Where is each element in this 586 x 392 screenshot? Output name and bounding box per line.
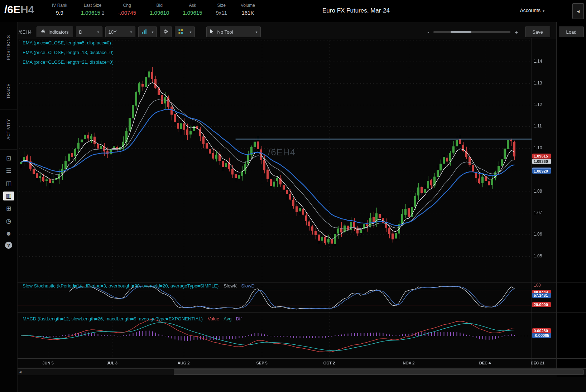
- time-axis-label: OCT 2: [323, 361, 335, 365]
- studies-icon: [41, 29, 45, 35]
- quote-field-value: 9x11: [216, 10, 227, 16]
- quote-field-value: 161K: [241, 10, 255, 16]
- price-axis-tick: 1.10: [534, 145, 542, 150]
- quote-field-value: 9.9: [52, 10, 67, 16]
- zoom-in-button[interactable]: +: [515, 29, 518, 35]
- chevron-down-icon: ▾: [152, 30, 153, 34]
- community-icon[interactable]: ☻: [3, 229, 14, 238]
- scrollbar-handle[interactable]: [174, 369, 584, 375]
- chart-type-dropdown[interactable]: ▾: [138, 26, 157, 37]
- scroll-left-arrow-icon[interactable]: ◀: [19, 370, 21, 374]
- price-axis-bubble: 1.08920: [532, 169, 551, 174]
- grid-layout-dropdown[interactable]: ▾: [175, 26, 195, 37]
- chevron-down-icon: ▾: [543, 9, 544, 13]
- sidebar: POSITIONSTRADEACTIVITY ⊡☰◫▥⊞◷☻?: [0, 22, 18, 392]
- sidebar-tab-label: POSITIONS: [6, 35, 11, 60]
- time-axis-label: NOV 2: [403, 361, 414, 365]
- stoch-axis-bubble: 57.1481: [532, 293, 551, 298]
- price-axis-tick: 1.12: [534, 102, 542, 107]
- dashboard-grid-icon[interactable]: ⊞: [3, 204, 14, 213]
- sidebar-tab-positions[interactable]: POSITIONS: [0, 22, 17, 73]
- price-axis-tick: 1.08: [534, 189, 542, 194]
- sidebar-tab-activity[interactable]: ACTIVITY: [0, 110, 17, 150]
- watchlist-icon[interactable]: ☰: [3, 166, 14, 175]
- quote-field-label: Chg: [118, 3, 136, 8]
- quote-field-value: 1.09615: [183, 10, 202, 16]
- quote-field-last-size: Last Size1.096152: [74, 3, 111, 16]
- symbol-root: /6E: [4, 4, 20, 15]
- active-chart-icon[interactable]: ▥: [3, 192, 14, 200]
- quote-field-label: Bid: [150, 3, 169, 8]
- chart-settings-button[interactable]: [160, 26, 172, 37]
- symbol-title: /6EH4: [4, 4, 34, 16]
- chevron-down-icon: ▾: [130, 30, 132, 34]
- help-icon[interactable]: ?: [5, 242, 12, 249]
- chart-toolbar: /6EH4 Indicators D ▾ 10Y ▾ ▾ ▾ No Tool ▾: [19, 26, 585, 38]
- time-axis-label: JUL 3: [107, 361, 117, 365]
- zoom-slider-handle[interactable]: [451, 31, 471, 33]
- price-axis-tick: 1.11: [534, 124, 542, 129]
- accounts-label: Accounts: [520, 8, 541, 13]
- chart-symbol-label: /6EH4: [19, 29, 32, 35]
- quote-field-value: -.00745: [118, 10, 136, 16]
- quote-fields: IV Rank9.9Last Size1.096152Chg-.00745Bid…: [45, 3, 262, 16]
- time-range-value: 10Y: [109, 29, 117, 35]
- aggregation-period-dropdown[interactable]: D ▾: [76, 26, 102, 37]
- quote-field-ask: Ask1.09615: [176, 3, 209, 16]
- quote-field-extra: 2: [102, 10, 104, 16]
- history-clock-icon[interactable]: ◷: [3, 217, 14, 226]
- price-axis-bubble: 1.09615: [532, 154, 551, 159]
- time-axis-label: SEP 5: [256, 361, 268, 365]
- price-axis-tick: 1.13: [534, 81, 542, 86]
- price-axis-tick: 1.05: [534, 253, 542, 258]
- quote-field-label: Last Size: [81, 3, 104, 8]
- sidebar-tab-label: TRADE: [6, 83, 11, 99]
- order-ticket-icon[interactable]: ◫: [3, 179, 14, 188]
- indicators-label: Indicators: [48, 29, 68, 35]
- quote-field-chg: Chg-.00745: [111, 3, 143, 16]
- quote-field-value: 1.09610: [150, 10, 169, 16]
- collapse-panel-button[interactable]: ◀: [572, 3, 584, 19]
- sidebar-icons: ⊡☰◫▥⊞◷☻?: [0, 154, 17, 249]
- quote-field-label: IV Rank: [52, 3, 67, 8]
- chart-scrollbar[interactable]: ◀: [17, 368, 586, 375]
- quote-field-label: Volume: [241, 3, 255, 8]
- grid-layout-icon: [178, 29, 183, 35]
- app-root: /6EH4 IV Rank9.9Last Size1.096152Chg-.00…: [0, 0, 586, 392]
- zoom-out-button[interactable]: -: [427, 29, 429, 35]
- time-range-dropdown[interactable]: 10Y ▾: [105, 26, 135, 37]
- load-button[interactable]: Load: [559, 26, 584, 37]
- quote-field-size: Size9x11: [209, 3, 234, 16]
- header: /6EH4 IV Rank9.9Last Size1.096152Chg-.00…: [0, 0, 586, 22]
- time-axis-label: DEC 21: [530, 361, 544, 365]
- quote-field-value: 1.096152: [81, 10, 104, 16]
- gear-icon: [163, 29, 168, 35]
- axis-overlays: 1.141.131.121.111.101.091.081.071.061.05…: [0, 0, 586, 392]
- zoom-slider-track[interactable]: [433, 31, 510, 33]
- accounts-menu[interactable]: Accounts▾: [520, 8, 544, 13]
- zoom-control: - +: [427, 29, 518, 35]
- chevron-down-icon: ▾: [255, 30, 257, 34]
- price-axis-tick: 1.14: [534, 59, 542, 64]
- quote-field-label: Ask: [183, 3, 202, 8]
- cursor-icon: [210, 29, 214, 35]
- instrument-description: Euro FX Futures, Mar-24: [322, 7, 390, 14]
- save-button[interactable]: Save: [525, 26, 550, 37]
- indicators-button[interactable]: Indicators: [37, 26, 73, 37]
- sidebar-tab-trade[interactable]: TRADE: [0, 73, 17, 110]
- time-axis-label: AUG 2: [178, 361, 190, 365]
- macd-axis-bubble: 0.00280: [532, 328, 551, 333]
- price-axis-bubble: 1.09360: [532, 159, 551, 164]
- macd-axis-bubble: -0.00005: [532, 333, 551, 338]
- time-axis-label: JUN 5: [42, 361, 53, 365]
- aggregation-period-value: D: [79, 29, 82, 35]
- drawing-tool-dropdown[interactable]: No Tool ▾: [206, 26, 261, 37]
- symbol-month-code: H4: [20, 4, 34, 15]
- stoch-axis-bubble: 20.0000: [532, 302, 551, 307]
- chevron-down-icon: ▾: [189, 30, 191, 34]
- time-axis-label: DEC 4: [479, 361, 491, 365]
- quote-field-iv-rank: IV Rank9.9: [45, 3, 74, 16]
- chart-window-icon[interactable]: ⊡: [3, 154, 14, 163]
- quote-field-label: Size: [216, 3, 227, 8]
- quote-field-bid: Bid1.09610: [143, 3, 176, 16]
